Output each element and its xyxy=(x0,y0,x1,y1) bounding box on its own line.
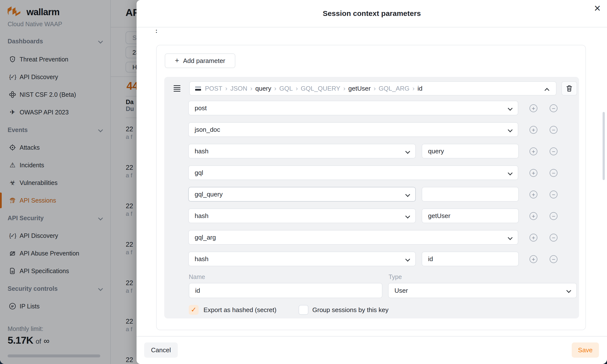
breadcrumb-separator: › xyxy=(250,85,253,92)
breadcrumb-item: query xyxy=(255,85,271,92)
add-step-button[interactable]: + xyxy=(529,147,537,155)
close-icon[interactable]: × xyxy=(594,2,601,14)
collapse-icon[interactable] xyxy=(544,88,549,93)
step-key-input[interactable] xyxy=(422,208,519,223)
save-button[interactable]: Save xyxy=(572,342,599,358)
cancel-button[interactable]: Cancel xyxy=(144,342,178,358)
breadcrumb-item: JSON xyxy=(230,85,247,92)
modal-title: Session context parameters xyxy=(136,0,607,27)
select-value: gql_query xyxy=(195,191,223,198)
drag-handle-icon[interactable] xyxy=(174,85,180,91)
chevron-down-icon xyxy=(508,170,513,175)
chevron-down-icon xyxy=(405,149,410,154)
select-value: post xyxy=(195,104,207,112)
stray-text: : xyxy=(155,27,157,34)
breadcrumb-separator: › xyxy=(412,85,415,92)
add-parameter-label: Add parameter xyxy=(183,57,225,65)
export-hashed-label[interactable]: Export as hashed (secret) xyxy=(203,305,277,315)
breadcrumb-separator: › xyxy=(374,85,376,92)
step-type-select[interactable]: post xyxy=(188,101,518,115)
remove-step-button[interactable]: − xyxy=(550,191,557,198)
chevron-down-icon xyxy=(405,214,410,219)
breadcrumb-separator: › xyxy=(274,85,277,92)
delete-parameter-button[interactable] xyxy=(561,81,577,95)
export-hashed-checkbox[interactable]: ✓ xyxy=(189,305,199,315)
step-type-select[interactable]: gql xyxy=(188,165,518,180)
chevron-down-icon xyxy=(508,127,513,132)
step-type-select[interactable]: hash xyxy=(188,252,416,266)
step-type-select[interactable]: json_doc xyxy=(188,122,518,137)
screen: wallarm Cloud Native WAAP Dashboards Thr… xyxy=(0,0,607,364)
step-key-input[interactable] xyxy=(422,252,519,266)
select-value: hash xyxy=(195,255,208,263)
type-label: Type xyxy=(389,273,402,280)
chevron-down-icon xyxy=(508,106,513,111)
select-value: gql_arg xyxy=(195,234,216,241)
step-type-select[interactable]: gql_arg xyxy=(188,230,518,245)
breadcrumb-separator: › xyxy=(343,85,345,92)
breadcrumb-item: GQL_QUERY xyxy=(301,85,340,92)
remove-step-button[interactable]: − xyxy=(550,255,557,263)
remove-step-button[interactable]: − xyxy=(550,234,557,242)
breadcrumb-item: GQL_ARG xyxy=(379,85,410,92)
select-value: gql xyxy=(195,169,203,177)
remove-step-button[interactable]: − xyxy=(550,212,557,220)
modal-scrollbar[interactable] xyxy=(603,112,605,180)
step-type-select[interactable]: hash xyxy=(188,144,416,158)
breadcrumb-item: GQL xyxy=(279,85,293,92)
plus-icon: + xyxy=(175,56,179,65)
breadcrumb-item: POST xyxy=(205,85,222,92)
select-value: hash xyxy=(195,212,208,220)
add-step-button[interactable]: + xyxy=(529,212,537,220)
parameters-card: + Add parameter POST › JSON › query › GQ… xyxy=(156,45,586,330)
add-step-button[interactable]: + xyxy=(529,255,537,263)
remove-step-button[interactable]: − xyxy=(550,147,557,155)
name-label: Name xyxy=(189,273,205,280)
check-icon: ✓ xyxy=(191,306,196,313)
breadcrumb-separator: › xyxy=(225,85,228,92)
add-step-button[interactable]: + xyxy=(529,126,537,134)
breadcrumb-separator: › xyxy=(296,85,298,92)
group-sessions-label[interactable]: Group sessions by this key xyxy=(312,305,389,315)
add-step-button[interactable]: + xyxy=(529,104,537,112)
chevron-down-icon xyxy=(566,288,571,293)
remove-step-button[interactable]: − xyxy=(550,169,557,177)
add-step-button[interactable]: + xyxy=(529,191,537,198)
add-step-button[interactable]: + xyxy=(529,169,537,177)
modal-footer-divider xyxy=(136,336,607,337)
type-select[interactable]: User xyxy=(388,283,577,298)
remove-step-button[interactable]: − xyxy=(550,104,557,112)
step-type-select[interactable]: gql_query xyxy=(188,187,416,202)
step-type-select[interactable]: hash xyxy=(188,208,416,223)
add-step-button[interactable]: + xyxy=(529,234,537,242)
name-input[interactable] xyxy=(189,283,382,298)
chevron-down-icon xyxy=(405,257,410,262)
breadcrumb-item: id xyxy=(418,85,422,92)
group-sessions-checkbox[interactable] xyxy=(299,305,308,315)
path-icon xyxy=(195,86,201,91)
select-value: json_doc xyxy=(195,126,220,133)
session-context-parameters-modal: Session context parameters × : + Add par… xyxy=(136,0,607,364)
breadcrumb-item: getUser xyxy=(348,85,371,92)
select-value: User xyxy=(394,287,408,294)
remove-step-button[interactable]: − xyxy=(550,126,557,134)
trash-icon xyxy=(565,85,573,92)
add-parameter-button[interactable]: + Add parameter xyxy=(165,53,235,68)
step-key-input[interactable] xyxy=(422,144,519,158)
chevron-down-icon xyxy=(508,235,513,240)
chevron-down-icon xyxy=(405,192,410,197)
parameter-block: POST › JSON › query › GQL › GQL_QUERY › … xyxy=(164,77,579,318)
select-value: hash xyxy=(195,147,208,155)
parameter-path-bar[interactable]: POST › JSON › query › GQL › GQL_QUERY › … xyxy=(189,81,556,95)
step-key-input[interactable] xyxy=(422,187,519,202)
